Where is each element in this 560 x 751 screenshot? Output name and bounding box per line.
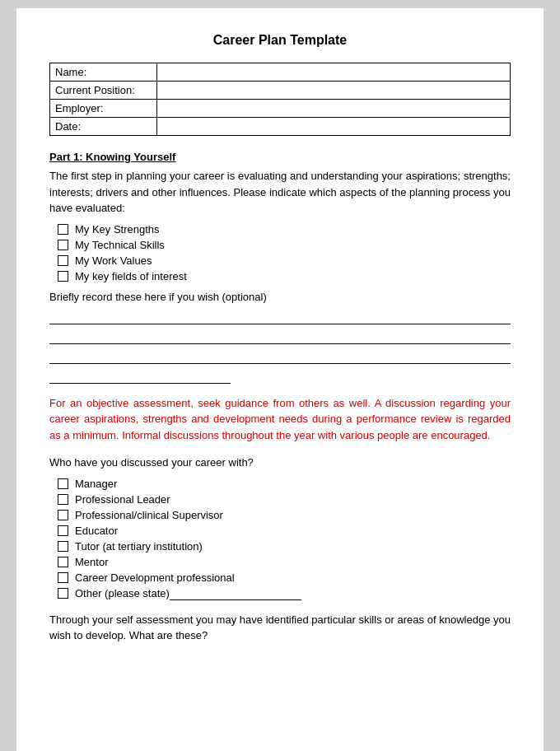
info-value[interactable] bbox=[157, 82, 511, 100]
info-label: Name: bbox=[50, 63, 157, 82]
checkbox-icon[interactable] bbox=[58, 224, 68, 235]
list-item[interactable]: Tutor (at tertiary institution) bbox=[58, 540, 511, 553]
checkbox-label: My Work Values bbox=[75, 254, 152, 267]
info-value[interactable] bbox=[157, 118, 511, 136]
checkbox-icon[interactable] bbox=[58, 588, 68, 599]
discussion-checkbox-list: ManagerProfessional LeaderProfessional/c… bbox=[58, 478, 511, 600]
list-item[interactable]: Career Development professional bbox=[58, 571, 511, 584]
checkbox-icon[interactable] bbox=[58, 494, 68, 505]
write-lines bbox=[49, 308, 511, 384]
checkbox-label: My Technical Skills bbox=[75, 239, 165, 251]
red-paragraph: For an objective assessment, seek guidan… bbox=[49, 395, 511, 444]
closing-paragraph: Through your self assessment you may hav… bbox=[49, 612, 511, 644]
info-label: Date: bbox=[50, 118, 157, 136]
checkbox-label: Educator bbox=[75, 525, 118, 537]
checkbox-icon[interactable] bbox=[58, 557, 68, 567]
info-value[interactable] bbox=[157, 63, 511, 82]
checkbox-label: My Key Strengths bbox=[75, 223, 160, 236]
checkbox-label: Professional Leader bbox=[75, 493, 170, 506]
list-item[interactable]: My Work Values bbox=[58, 254, 511, 267]
checkbox-icon[interactable] bbox=[58, 510, 68, 520]
write-line-1 bbox=[49, 308, 511, 324]
list-item[interactable]: Mentor bbox=[58, 556, 511, 568]
list-item[interactable]: Manager bbox=[58, 478, 511, 490]
checkbox-icon[interactable] bbox=[58, 541, 68, 552]
info-label: Current Position: bbox=[50, 82, 157, 100]
info-label: Employer: bbox=[50, 100, 157, 118]
optional-label: Briefly record these here if you wish (o… bbox=[49, 291, 511, 303]
list-item[interactable]: My key fields of interest bbox=[58, 270, 511, 282]
part1-heading: Part 1: Knowing Yourself bbox=[49, 151, 511, 163]
checkbox-label: My key fields of interest bbox=[75, 270, 187, 282]
discussion-question: Who have you discussed your career with? bbox=[49, 455, 511, 471]
page-title: Career Plan Template bbox=[49, 33, 511, 48]
write-line-2 bbox=[49, 328, 511, 344]
checkbox-label: Other (please state) bbox=[75, 587, 170, 599]
info-table: Name:Current Position:Employer:Date: bbox=[49, 63, 511, 136]
checkbox-label: Mentor bbox=[75, 556, 108, 568]
write-line-3 bbox=[49, 348, 511, 364]
checkbox-label: Tutor (at tertiary institution) bbox=[75, 540, 203, 553]
list-item[interactable]: Professional/clinical Supervisor bbox=[58, 509, 511, 521]
checkbox-label: Professional/clinical Supervisor bbox=[75, 509, 223, 521]
list-item[interactable]: Professional Leader bbox=[58, 493, 511, 506]
checkbox-icon[interactable] bbox=[58, 271, 68, 282]
checkbox-label: Manager bbox=[75, 478, 117, 490]
checkbox-icon[interactable] bbox=[58, 478, 68, 489]
list-item[interactable]: Other (please state) bbox=[58, 587, 511, 600]
write-line-4 bbox=[49, 367, 231, 384]
part1-checkbox-list: My Key StrengthsMy Technical SkillsMy Wo… bbox=[58, 223, 511, 282]
list-item[interactable]: My Key Strengths bbox=[58, 223, 511, 236]
checkbox-icon[interactable] bbox=[58, 572, 68, 583]
list-item[interactable]: Educator bbox=[58, 525, 511, 537]
info-value[interactable] bbox=[157, 100, 511, 118]
other-blank[interactable] bbox=[170, 587, 301, 600]
checkbox-icon[interactable] bbox=[58, 525, 68, 536]
checkbox-icon[interactable] bbox=[58, 240, 68, 250]
page: Career Plan Template Name:Current Positi… bbox=[16, 8, 544, 751]
checkbox-label: Career Development professional bbox=[75, 571, 235, 584]
list-item[interactable]: My Technical Skills bbox=[58, 239, 511, 251]
part1-intro: The first step in planning your career i… bbox=[49, 168, 511, 217]
checkbox-icon[interactable] bbox=[58, 255, 68, 266]
